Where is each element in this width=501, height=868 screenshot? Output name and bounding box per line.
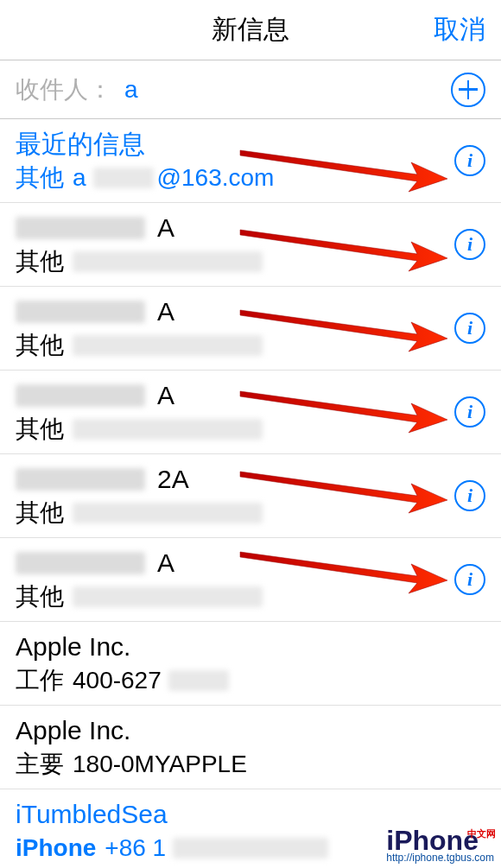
list-item[interactable]: xA其他xi	[0, 371, 501, 454]
info-icon[interactable]: i	[454, 229, 485, 260]
list-item[interactable]: xA其他xi	[0, 203, 501, 287]
contact-detail: 其他x	[16, 497, 485, 529]
contact-name: xA	[16, 379, 485, 412]
contact-detail: 其他x	[16, 414, 485, 445]
contact-name: x2A	[16, 463, 485, 496]
list-item[interactable]: Apple Inc.工作400-627x	[0, 622, 501, 706]
info-icon[interactable]: i	[454, 145, 485, 176]
recipient-bar: 收件人： a	[0, 60, 501, 119]
contact-name: xA	[16, 212, 485, 244]
contact-detail: 主要180-0MYAPPLE	[16, 749, 485, 780]
contact-name: xA	[16, 547, 485, 580]
header: 新信息 取消	[0, 0, 501, 60]
list-item[interactable]: xA其他xi	[0, 538, 501, 622]
info-icon[interactable]: i	[454, 480, 485, 511]
contact-name: Apple Inc.	[16, 630, 485, 663]
add-recipient-button[interactable]	[451, 73, 485, 107]
list-item[interactable]: xA其他xi	[0, 287, 501, 371]
contact-name: Apple Inc.	[16, 714, 485, 747]
contact-detail: 其他x	[16, 246, 485, 277]
list-item[interactable]: x2A其他xi	[0, 454, 501, 538]
contact-detail: 工作400-627x	[16, 665, 485, 696]
suggestions-list: 最近的信息其他ax@163.comixA其他xixA其他xixA其他xix2A其…	[0, 119, 501, 868]
recipient-label: 收件人：	[16, 73, 112, 106]
cancel-button[interactable]: 取消	[434, 12, 485, 48]
recipient-input[interactable]: a	[124, 76, 451, 104]
info-icon[interactable]: i	[454, 396, 485, 428]
list-item[interactable]: 最近的信息其他ax@163.comi	[0, 119, 501, 203]
contact-detail: 其他x	[16, 330, 485, 361]
contact-detail: 其他ax@163.com	[16, 162, 485, 193]
info-icon[interactable]: i	[454, 564, 485, 595]
watermark: iPhone 中文网 http://iphone.tgbus.com	[386, 825, 494, 864]
contact-name: xA	[16, 295, 485, 328]
contact-name: 最近的信息	[16, 128, 485, 161]
contact-detail: 其他x	[16, 581, 485, 612]
page-title: 新信息	[212, 12, 289, 48]
list-item[interactable]: Apple Inc.主要180-0MYAPPLE	[0, 706, 501, 789]
info-icon[interactable]: i	[454, 313, 485, 344]
